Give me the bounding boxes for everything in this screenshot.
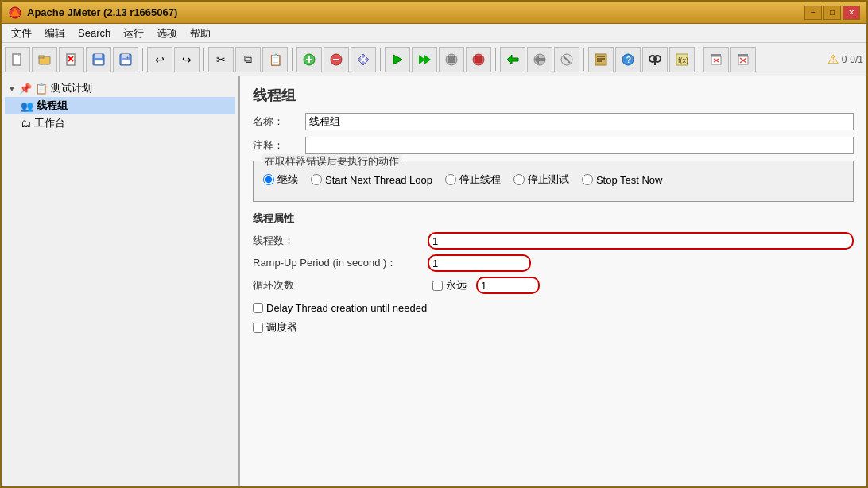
close-file-button[interactable] [59,47,84,72]
app-icon [8,6,22,20]
function-helper-button[interactable]: f(x) [669,47,695,72]
toolbar-sep-5 [495,48,496,71]
radio-options-row: 继续 Start Next Thread Loop 停止线程 停止测试 [263,168,843,192]
radio-next-loop-input[interactable] [311,174,322,185]
help-button[interactable]: ? [615,47,641,72]
add-button[interactable] [296,47,322,72]
comment-label: 注释： [253,138,300,153]
name-row: 名称： [253,113,854,130]
thread-count-label: 线程数： [253,234,428,248]
remote-shutdown-button[interactable] [554,47,579,72]
loop-label: 循环次数 [253,278,428,292]
workbench-icon: 🗂 [21,118,31,130]
stop-button[interactable] [439,47,464,72]
window-controls: − □ ✕ [804,6,860,20]
delay-checkbox[interactable] [253,303,263,313]
radio-stop-thread-label: 停止线程 [459,172,501,187]
sidebar: ▼ 📌 📋 测试计划 👥 线程组 🗂 工作台 [2,76,240,486]
name-input[interactable] [305,113,854,130]
start-no-pause-button[interactable] [412,47,437,72]
paste-button[interactable]: 📋 [262,47,288,72]
loop-count-input[interactable] [476,277,540,294]
undo-button[interactable]: ↩ [147,47,172,72]
error-action-group: 在取样器错误后要执行的动作 继续 Start Next Thread Loop … [253,161,854,202]
svg-marker-25 [419,55,425,64]
radio-next-loop[interactable]: Start Next Thread Loop [311,174,432,186]
sidebar-item-workbench[interactable]: 🗂 工作台 [5,114,235,132]
svg-marker-24 [393,55,402,64]
name-label: 名称： [253,114,300,129]
close-button[interactable]: ✕ [843,6,860,20]
expand-icon: ▼ [8,84,16,93]
remove-button[interactable] [324,47,349,72]
radio-stop-now-label: Stop Test Now [596,174,663,186]
thread-properties-section: 线程属性 线程数： Ramp-Up Period (in second )： 循… [253,211,854,294]
menu-options[interactable]: 选项 [150,25,184,42]
menu-run[interactable]: 运行 [117,25,150,42]
toolbar: + ↩ ↪ ✂ ⧉ 📋 [2,43,866,76]
open-button[interactable] [32,47,57,72]
new-button[interactable] [5,47,30,72]
menu-search[interactable]: Search [72,25,117,41]
remote-stop-button[interactable] [527,47,552,72]
search-toolbar-button[interactable] [642,47,668,72]
test-plan-label: 测试计划 [51,81,92,95]
radio-stop-test-input[interactable] [513,174,525,185]
toolbar-sep-2 [203,48,204,71]
warning-icon: ⚠ [827,52,839,67]
workbench-label: 工作台 [34,116,65,130]
templates-button[interactable] [588,47,614,72]
scheduler-checkbox-label[interactable]: 调度器 [253,320,297,335]
menu-bar: 文件 编辑 Search 运行 选项 帮助 [2,24,866,43]
remote-start-button[interactable] [500,47,525,72]
save-button[interactable] [86,47,111,72]
menu-edit[interactable]: 编辑 [38,25,72,42]
comment-row: 注释： [253,137,854,154]
title-bar-left: Apache JMeter (2.13 r1665067) [8,6,177,20]
scheduler-checkbox[interactable] [253,323,263,333]
svg-marker-31 [507,55,518,64]
radio-stop-now-input[interactable] [582,174,593,185]
menu-help[interactable]: 帮助 [184,25,217,42]
sidebar-item-test-plan[interactable]: ▼ 📌 📋 测试计划 [5,79,235,97]
minimize-button[interactable]: − [804,6,822,20]
main-content: ▼ 📌 📋 测试计划 👥 线程组 🗂 工作台 线程组 名称： [2,76,866,486]
error-action-title: 在取样器错误后要执行的动作 [262,154,402,168]
toolbar-sep-1 [142,48,143,71]
sidebar-item-thread-group[interactable]: 👥 线程组 [5,97,235,114]
radio-stop-test[interactable]: 停止测试 [513,172,569,187]
forever-checkbox-label[interactable]: 永远 [432,278,467,292]
start-button[interactable] [385,47,410,72]
forever-checkbox[interactable] [432,281,443,291]
warning-count: 0 [842,54,847,65]
delay-row: Delay Thread creation until needed [253,302,854,314]
shutdown-button[interactable] [466,47,491,72]
cut-button[interactable]: ✂ [208,47,234,72]
main-window: Apache JMeter (2.13 r1665067) − □ ✕ 文件 编… [0,0,868,488]
maximize-button[interactable]: □ [823,6,841,20]
menu-file[interactable]: 文件 [5,25,38,42]
clear-results-button[interactable] [703,47,729,72]
radio-continue-input[interactable] [263,174,274,185]
radio-continue-label: 继续 [277,172,298,187]
pin-icon: 📌 [19,83,32,95]
radio-continue[interactable]: 继续 [263,172,298,187]
radio-stop-thread-input[interactable] [445,174,456,185]
clear-all-button[interactable] [730,47,756,72]
loop-count-row: 循环次数 永远 [253,277,854,294]
thread-count-input[interactable] [428,232,854,250]
radio-stop-thread[interactable]: 停止线程 [445,172,501,187]
svg-rect-5 [39,56,44,58]
save-as-button[interactable]: + [113,47,138,72]
comment-input[interactable] [305,137,854,154]
radio-stop-now[interactable]: Stop Test Now [582,174,663,186]
test-plan-icon: 📋 [35,83,48,95]
copy-button[interactable]: ⧉ [235,47,261,72]
ramp-up-label: Ramp-Up Period (in second )： [253,256,428,270]
clear-button[interactable] [351,47,376,72]
delay-checkbox-label[interactable]: Delay Thread creation until needed [253,302,427,314]
svg-marker-26 [424,55,431,64]
redo-button[interactable]: ↪ [174,47,200,72]
ramp-up-row: Ramp-Up Period (in second )： [253,254,854,272]
ramp-up-input[interactable] [428,254,531,272]
